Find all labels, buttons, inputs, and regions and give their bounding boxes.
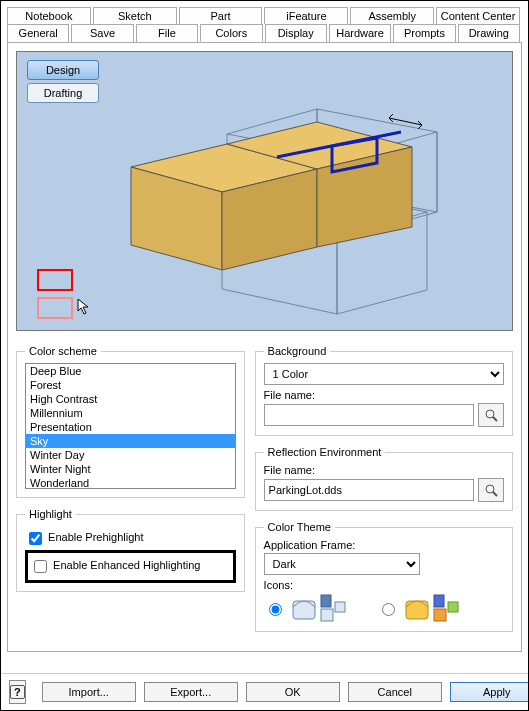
reflection-group: Reflection Environment File name: (255, 446, 513, 511)
scheme-item[interactable]: Winter Day (26, 448, 235, 462)
tab-colors[interactable]: Colors (200, 24, 262, 42)
options-columns: Color scheme Deep BlueForestHigh Contras… (16, 335, 513, 632)
export-button[interactable]: Export... (144, 682, 238, 702)
scheme-item[interactable]: Forest (26, 378, 235, 392)
tab-sketch[interactable]: Sketch (93, 7, 177, 24)
tab-hardware[interactable]: Hardware (329, 24, 391, 42)
enable-prehighlight-checkbox[interactable]: Enable Prehighlight (25, 529, 236, 548)
reflection-legend: Reflection Environment (264, 446, 386, 458)
svg-point-19 (486, 410, 494, 418)
right-column: Background 1 Color File name: Reflection… (255, 335, 513, 632)
bg-filename-input[interactable] (264, 404, 474, 426)
enhanced-label: Enable Enhanced Highlighting (53, 559, 200, 571)
tab-notebook[interactable]: Notebook (7, 7, 91, 24)
prehighlight-input[interactable] (29, 532, 42, 545)
scheme-item[interactable]: Winter Night (26, 462, 235, 476)
icons-option-color[interactable] (377, 593, 460, 623)
left-column: Color scheme Deep BlueForestHigh Contras… (16, 335, 245, 632)
bg-browse-button[interactable] (478, 403, 504, 427)
enhanced-highlight-callout: Enable Enhanced Highlighting (25, 550, 236, 583)
app-frame-label: Application Frame: (264, 539, 504, 551)
scheme-item[interactable]: High Contrast (26, 392, 235, 406)
scheme-item[interactable]: Presentation (26, 420, 235, 434)
tab-ifeature[interactable]: iFeature (264, 7, 348, 24)
apply-button[interactable]: Apply (450, 682, 529, 702)
refl-filename-label: File name: (264, 464, 504, 476)
scheme-item[interactable]: Millennium (26, 406, 235, 420)
tab-assembly[interactable]: Assembly (350, 7, 434, 24)
icons-light-icon (291, 593, 347, 623)
tabs-row-1: Notebook Sketch Part iFeature Assembly C… (7, 7, 522, 24)
red-highlight-2 (37, 297, 73, 319)
tab-body: Design Drafting (7, 42, 522, 652)
dialog-footer: ? Import... Export... OK Cancel Apply (1, 673, 528, 710)
tab-drawing[interactable]: Drawing (458, 24, 520, 42)
tab-general[interactable]: General (7, 24, 69, 42)
refl-browse-button[interactable] (478, 478, 504, 502)
svg-point-21 (486, 485, 494, 493)
import-button[interactable]: Import... (42, 682, 136, 702)
enhanced-input[interactable] (34, 560, 47, 573)
tab-save[interactable]: Save (71, 24, 133, 42)
icons-label: Icons: (264, 579, 504, 591)
tabs-row-2: General Save File Colors Display Hardwar… (7, 24, 522, 42)
color-theme-group: Color Theme Application Frame: Dark Icon… (255, 521, 513, 632)
svg-rect-24 (321, 595, 331, 607)
tab-strip: Notebook Sketch Part iFeature Assembly C… (1, 1, 528, 42)
help-icon: ? (10, 685, 25, 699)
cursor-icon (77, 298, 95, 316)
color-scheme-list[interactable]: Deep BlueForestHigh ContrastMillenniumPr… (25, 363, 236, 489)
icons-radio-color[interactable] (382, 603, 395, 616)
highlight-group: Highlight Enable Prehighlight Enable Enh… (16, 508, 245, 592)
scheme-item[interactable]: Wonderland (26, 476, 235, 489)
svg-rect-28 (434, 595, 444, 607)
background-combo[interactable]: 1 Color (264, 363, 504, 385)
scheme-preview: Design Drafting (16, 51, 513, 331)
svg-line-15 (389, 114, 393, 118)
color-scheme-group: Color scheme Deep BlueForestHigh Contras… (16, 345, 245, 498)
background-legend: Background (264, 345, 331, 357)
preview-scene (17, 52, 495, 330)
bg-filename-label: File name: (264, 389, 504, 401)
icons-option-light[interactable] (264, 593, 347, 623)
icons-radio-light[interactable] (269, 603, 282, 616)
color-scheme-legend: Color scheme (25, 345, 101, 357)
tab-prompts[interactable]: Prompts (393, 24, 455, 42)
prehighlight-label: Enable Prehighlight (48, 531, 143, 543)
red-highlight-1 (37, 269, 73, 291)
svg-rect-29 (434, 609, 446, 621)
scheme-item[interactable]: Deep Blue (26, 364, 235, 378)
svg-line-20 (493, 417, 497, 421)
tab-display[interactable]: Display (265, 24, 327, 42)
ok-button[interactable]: OK (246, 682, 340, 702)
svg-line-22 (493, 492, 497, 496)
tab-content-center[interactable]: Content Center (436, 7, 520, 24)
color-theme-legend: Color Theme (264, 521, 335, 533)
refl-filename-input[interactable] (264, 479, 474, 501)
enable-enhanced-checkbox[interactable]: Enable Enhanced Highlighting (30, 557, 229, 576)
scheme-item[interactable]: Sky (26, 434, 235, 448)
tab-part[interactable]: Part (179, 7, 263, 24)
tab-file[interactable]: File (136, 24, 198, 42)
svg-rect-30 (448, 602, 458, 612)
app-frame-combo[interactable]: Dark (264, 553, 420, 575)
svg-rect-25 (321, 609, 333, 621)
svg-rect-26 (335, 602, 345, 612)
background-group: Background 1 Color File name: (255, 345, 513, 436)
help-button[interactable]: ? (9, 680, 26, 704)
icons-color-icon (404, 593, 460, 623)
cancel-button[interactable]: Cancel (348, 682, 442, 702)
highlight-legend: Highlight (25, 508, 76, 520)
